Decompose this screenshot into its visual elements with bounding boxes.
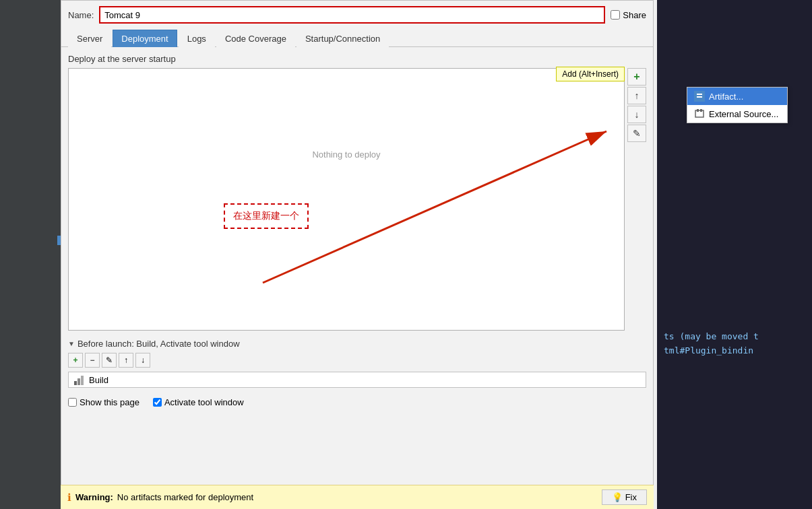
before-remove-button[interactable]: − [85, 353, 100, 368]
fix-label: Fix [625, 492, 637, 502]
move-down-button[interactable]: ↓ [627, 106, 646, 123]
activate-tool-checkbox[interactable] [153, 398, 162, 407]
activate-tool-checkbox-item: Activate tool window [153, 397, 244, 407]
dashed-annotation: 在这里新建一个 [224, 203, 309, 229]
tab-startup[interactable]: Startup/Connection [296, 30, 389, 47]
svg-rect-4 [697, 109, 699, 112]
build-icon [74, 374, 85, 385]
before-add-button[interactable]: + [68, 353, 83, 368]
dropdown-menu: Artifact... External Source... [687, 87, 788, 123]
show-page-checkbox[interactable] [68, 398, 77, 407]
name-input[interactable] [99, 6, 605, 24]
show-page-label: Show this page [80, 397, 139, 407]
code-line-3: tml#Plugin_bindin [664, 344, 805, 358]
dashed-text: 在这里新建一个 [233, 210, 299, 221]
svg-rect-1 [697, 94, 702, 95]
main-container: Name: Share Server Deployment Logs Code … [61, 0, 654, 509]
artifact-label: Artifact... [709, 92, 743, 102]
fix-button[interactable]: 💡 Fix [602, 489, 647, 505]
edit-button[interactable]: ✎ [627, 125, 646, 142]
code-panel: ts (may be moved t tml#Plugin_bindin [657, 0, 812, 509]
move-up-button[interactable]: ↑ [627, 87, 646, 104]
svg-rect-5 [700, 109, 702, 112]
warning-icon: ℹ [67, 491, 71, 504]
before-down-button[interactable]: ↓ [135, 353, 150, 368]
before-launch-title: Before launch: Build, Activate tool wind… [77, 339, 240, 349]
tab-logs[interactable]: Logs [179, 30, 215, 47]
build-label: Build [89, 375, 108, 385]
triangle-icon: ▼ [68, 340, 75, 347]
tabs-row: Server Deployment Logs Code Coverage Sta… [61, 29, 653, 47]
left-sidebar [0, 0, 61, 509]
warning-bold: Warning: [75, 492, 113, 502]
svg-rect-7 [77, 378, 80, 385]
side-buttons: Add (Alt+Insert) + A [627, 68, 646, 331]
warning-text: ℹ Warning: No artifacts marked for deplo… [67, 491, 253, 504]
share-label: Share [623, 10, 646, 20]
before-launch-header: ▼ Before launch: Build, Activate tool wi… [68, 339, 646, 349]
name-row: Name: Share [61, 1, 653, 29]
before-toolbar: + − ✎ ↑ ↓ [68, 353, 646, 368]
code-line-1: ts (may be moved t [664, 330, 805, 344]
tab-deployment[interactable]: Deployment [113, 30, 177, 47]
dropdown-artifact[interactable]: Artifact... [687, 88, 787, 105]
add-btn-container: Add (Alt+Insert) + A [627, 68, 646, 86]
deploy-list: Nothing to deploy 在这里新建一个 [68, 68, 625, 331]
ext-source-icon [694, 108, 705, 119]
share-area: Share [611, 10, 646, 20]
deploy-panel: Nothing to deploy 在这里新建一个 Add (Alt+Inser… [68, 68, 646, 331]
activate-tool-label: Activate tool window [164, 397, 244, 407]
before-up-button[interactable]: ↑ [119, 353, 133, 368]
warning-row: ℹ Warning: No artifacts marked for deplo… [61, 485, 654, 509]
fix-icon: 💡 [612, 492, 623, 502]
artifact-icon [694, 91, 705, 102]
show-page-checkbox-item: Show this page [68, 397, 139, 407]
name-label: Name: [68, 10, 94, 20]
build-row: Build [68, 372, 646, 388]
checkboxes-row: Show this page Activate tool window [68, 397, 646, 407]
external-source-label: External Source... [709, 109, 778, 119]
content-area: Deploy at the server startup Nothing to … [61, 47, 653, 414]
svg-rect-8 [81, 376, 84, 385]
warning-message: No artifacts marked for deployment [117, 492, 253, 502]
svg-rect-6 [74, 381, 77, 385]
add-tooltip: Add (Alt+Insert) [556, 67, 625, 81]
add-button[interactable]: + [627, 68, 646, 86]
before-launch-section: ▼ Before launch: Build, Activate tool wi… [68, 339, 646, 392]
svg-rect-2 [697, 96, 702, 98]
deploy-header: Deploy at the server startup [68, 54, 646, 64]
tab-server[interactable]: Server [68, 30, 111, 47]
tab-code-coverage[interactable]: Code Coverage [216, 30, 295, 47]
nothing-to-deploy: Nothing to deploy [312, 149, 380, 160]
svg-rect-3 [695, 110, 704, 117]
dropdown-external-source[interactable]: External Source... [687, 105, 787, 123]
share-checkbox[interactable] [611, 10, 620, 20]
before-edit-button[interactable]: ✎ [102, 353, 117, 368]
